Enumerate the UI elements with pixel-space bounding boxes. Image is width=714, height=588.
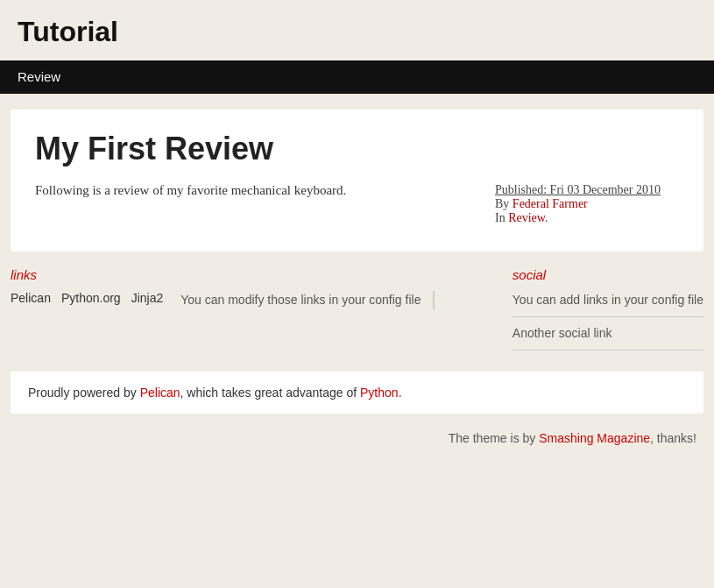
powered-suffix: . (399, 386, 402, 400)
site-title: Tutorial (0, 0, 714, 60)
article-title: My First Review (35, 131, 679, 167)
links-list: Pelican Python.org Jinja2 You can modify… (11, 291, 486, 309)
bottom-section: links Pelican Python.org Jinja2 You can … (11, 267, 703, 358)
links-note: You can modify those links in your confi… (180, 291, 435, 309)
smashing-link[interactable]: Smashing Magazine (539, 431, 650, 445)
links-heading: links (11, 267, 486, 282)
theme-prefix: The theme is by (449, 431, 540, 445)
pelican-link[interactable]: Pelican (140, 386, 180, 400)
nav-bar[interactable]: Review (0, 60, 714, 94)
article-body: Following is a review of my favorite mec… (35, 183, 679, 225)
category-link[interactable]: Review (508, 211, 545, 224)
nav-review-link[interactable]: Review (18, 69, 60, 84)
article-card: My First Review Following is a review of… (11, 110, 703, 251)
link-pythonorg[interactable]: Python.org (61, 291, 121, 305)
powered-middle: , which takes great advantage of (180, 386, 360, 400)
article-meta: Published: Fri 03 December 2010 By Feder… (495, 183, 679, 225)
powered-prefix: Proudly powered by (28, 386, 140, 400)
period: . (545, 211, 548, 224)
author-link[interactable]: Federal Farmer (513, 197, 588, 210)
social-item-2: Another social link (513, 324, 703, 351)
link-pelican[interactable]: Pelican (11, 291, 51, 305)
social-section: social You can add links in your config … (486, 267, 703, 358)
in-label: In (495, 211, 505, 224)
link-jinja2[interactable]: Jinja2 (131, 291, 164, 305)
footer-powered: Proudly powered by Pelican, which takes … (11, 372, 703, 414)
by-label: By (495, 197, 509, 210)
python-link[interactable]: Python (360, 386, 399, 400)
social-item-1: You can add links in your config file (513, 291, 703, 317)
social-heading: social (513, 267, 703, 282)
author-line: By Federal Farmer (495, 197, 679, 211)
links-section: links Pelican Python.org Jinja2 You can … (11, 267, 486, 358)
published-date: Published: Fri 03 December 2010 (495, 183, 679, 197)
article-text: Following is a review of my favorite mec… (35, 183, 346, 198)
category-line: In Review. (495, 211, 679, 225)
theme-suffix: , thanks! (650, 431, 696, 445)
footer-theme: The theme is by Smashing Magazine, thank… (0, 421, 714, 452)
